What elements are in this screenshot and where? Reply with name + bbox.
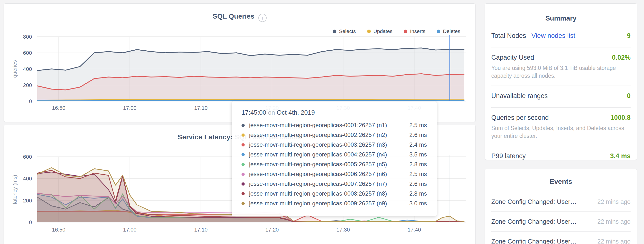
summary-panel: Summary Total Nodes View nodes list 9 Ca… [485,4,637,160]
queries-per-second-label: Queries per second [491,114,549,121]
capacity-used-label: Capacity Used [491,54,534,61]
divider [491,107,630,107]
x-axis-tick-label: 16:50 [52,227,66,233]
node-latency-value: 2.8 ms [402,190,427,197]
series-dot [242,163,245,166]
x-axis-tick-label: 17:10 [194,227,208,233]
y-axis-tick-label: 200 [23,198,32,204]
node-latency-value: 2.5 ms [402,122,427,129]
series-dot [242,182,245,186]
event-row: Zone Config Changed: User…22 mins ago [491,192,630,212]
x-axis-tick-label: 17:10 [194,105,208,111]
node-latency-value: 3.0 ms [402,200,427,207]
event-row: Zone Config Changed: User…22 mins ago [491,231,630,244]
events-heading: Events [485,169,637,186]
y-axis-tick-label: 200 [23,82,32,88]
capacity-used-value: 0.02% [612,54,630,61]
event-title-link[interactable]: Zone Config Changed: User… [491,198,577,206]
series-dot [242,192,245,195]
chart-hover-tooltip: 17:45:00 on Oct 4th, 2019 jesse-movr-mul… [232,101,437,216]
tooltip-row: jesse-movr-multi-region-georeplicas-0008… [242,189,427,198]
node-latency-value: 2.5 ms [402,171,427,178]
event-row: Zone Config Changed: User…22 mins ago [491,212,630,231]
y-axis-tick-label: 400 [23,66,32,72]
node-name: jesse-movr-multi-region-georeplicas-0001… [249,122,387,129]
p99-latency-value: 3.4 ms [610,152,630,160]
total-nodes-row: Total Nodes View nodes list 9 [491,32,630,41]
y-axis-title: queries [12,60,18,78]
x-axis-tick-label: 17:30 [336,227,350,233]
node-latency-value: 2.4 ms [402,141,427,148]
capacity-used-row: Capacity Used 0.02% [491,54,630,63]
x-axis-tick-label: 17:40 [408,227,421,233]
node-name: jesse-movr-multi-region-georeplicas-0006… [249,171,387,178]
series-dot [242,134,245,137]
tooltip-header: 17:45:00 on Oct 4th, 2019 [242,109,427,116]
divider [491,146,630,146]
node-name: jesse-movr-multi-region-georeplicas-0004… [249,151,387,158]
node-name: jesse-movr-multi-region-georeplicas-0003… [249,141,387,148]
node-name: jesse-movr-multi-region-georeplicas-0008… [249,190,387,197]
event-title-link[interactable]: Zone Config Changed: User… [491,218,577,225]
unavailable-ranges-label: Unavailable ranges [491,92,548,100]
y-axis-tick-label: 0 [29,98,32,104]
tooltip-row: jesse-movr-multi-region-georeplicas-0002… [242,130,427,140]
node-name: jesse-movr-multi-region-georeplicas-0007… [249,180,387,187]
y-axis-tick-label: 600 [23,50,32,56]
event-timestamp: 22 mins ago [592,218,630,225]
summary-heading: Summary [485,4,637,22]
series-dot [242,124,245,127]
y-axis-tick-label: 400 [23,176,32,182]
y-axis-tick-label: 0 [29,219,32,225]
y-axis-tick-label: 800 [23,34,32,40]
y-axis-title: latency (ms) [12,175,18,204]
x-axis-tick-label: 17:00 [123,105,136,111]
events-panel: Events Zone Config Changed: User…22 mins… [485,169,637,244]
x-axis-tick-label: 17:00 [123,227,136,233]
node-name: jesse-movr-multi-region-georeplicas-0002… [249,132,387,138]
node-latency-value: 2.6 ms [402,132,427,138]
tooltip-rows: jesse-movr-multi-region-georeplicas-0001… [242,120,427,208]
tooltip-row: jesse-movr-multi-region-georeplicas-0001… [242,120,427,130]
node-name: jesse-movr-multi-region-georeplicas-0009… [249,200,387,207]
y-axis-tick-label: 600 [23,154,32,160]
unavailable-ranges-row: Unavailable ranges 0 [491,92,630,101]
event-timestamp: 22 mins ago [592,198,630,205]
events-list: Zone Config Changed: User…22 mins agoZon… [485,192,637,244]
total-nodes-value: 9 [627,32,630,40]
queries-per-second-value: 1000.8 [610,114,630,121]
tooltip-row: jesse-movr-multi-region-georeplicas-0007… [242,179,427,189]
node-latency-value: 3.5 ms [402,151,427,158]
tooltip-row: jesse-movr-multi-region-georeplicas-0006… [242,169,427,179]
series-dot [242,143,245,147]
tooltip-row: jesse-movr-multi-region-georeplicas-0005… [242,159,427,169]
view-nodes-list-link[interactable]: View nodes list [532,32,576,40]
p99-latency-row: P99 latency 3.4 ms [491,152,630,162]
tooltip-preposition: on [268,109,275,116]
node-name: jesse-movr-multi-region-georeplicas-0005… [249,161,387,168]
tooltip-row: jesse-movr-multi-region-georeplicas-0003… [242,140,427,150]
event-timestamp: 22 mins ago [592,238,630,244]
x-axis-tick-label: 16:50 [52,105,66,111]
capacity-note: You are using 593.0 MiB of 3.1 TiB usabl… [491,64,630,80]
series-line-Deletes [37,100,464,101]
tooltip-row: jesse-movr-multi-region-georeplicas-0009… [242,198,427,208]
tooltip-time: 17:45:00 [242,109,266,116]
node-latency-value: 2.8 ms [402,161,427,168]
tooltip-row: jesse-movr-multi-region-georeplicas-0004… [242,150,427,159]
series-dot [242,173,245,176]
total-nodes-label: Total Nodes [491,32,526,40]
node-latency-value: 2.6 ms [402,180,427,187]
qps-note: Sum of Selects, Updates, Inserts, and De… [491,124,630,140]
divider [491,47,630,47]
x-axis-tick-label: 17:20 [266,227,279,233]
divider [491,86,630,86]
cluster-overview-page: { "sql_chart": { "title": "SQL Queries",… [0,0,644,244]
unavailable-ranges-value: 0 [627,92,630,100]
queries-per-second-row: Queries per second 1000.8 [491,114,630,123]
tooltip-date: Oct 4th, 2019 [277,109,315,116]
p99-latency-label: P99 latency [491,152,526,160]
series-dot [242,153,245,156]
series-dot [242,202,245,205]
event-title-link[interactable]: Zone Config Changed: User… [491,238,577,244]
